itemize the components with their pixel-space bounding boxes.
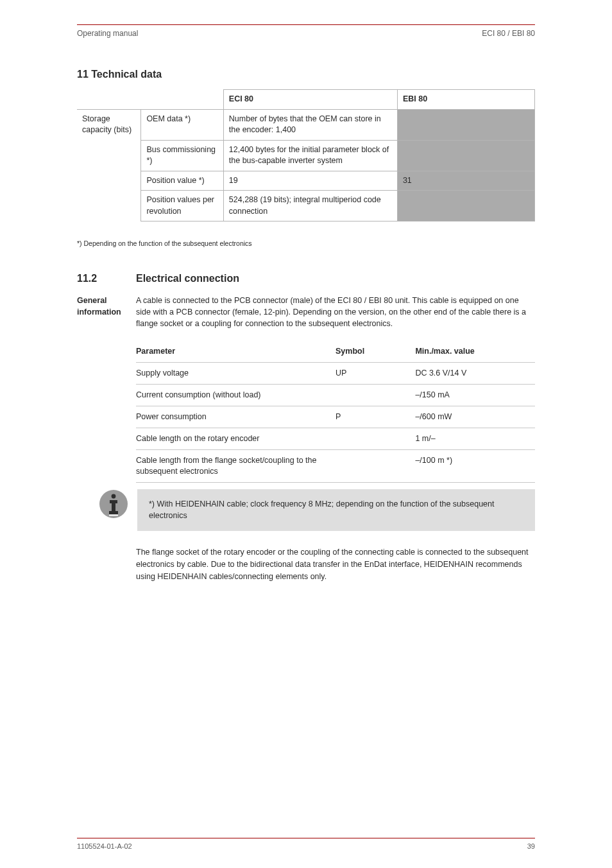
section-heading: 11 Technical data	[77, 69, 535, 80]
footnote-asterisk: *) Depending on the function of the subs…	[77, 239, 535, 247]
body-text: The flange socket of the rotary encoder …	[136, 546, 535, 582]
cell: UP	[336, 363, 415, 385]
cell: –/600 mW	[415, 406, 535, 428]
page-footer: 1105524-01-A-02 39	[77, 838, 535, 850]
th-eci: ECI 80	[223, 90, 397, 110]
table-row: Cable length on the rotary encoder 1 m/–	[136, 428, 535, 449]
subsection-title: Electrical connection	[136, 273, 239, 284]
th-blank2	[141, 90, 223, 110]
subsection-number: 11.2	[77, 273, 122, 284]
th-value: Min./max. value	[415, 341, 535, 362]
footer-doc-id: 1105524-01-A-02	[77, 842, 132, 850]
cell	[336, 428, 415, 449]
header-left: Operating manual	[77, 29, 138, 38]
paragraph-text: A cable is connected to the PCB connecto…	[136, 295, 535, 329]
info-text: *) With HEIDENHAIN cable; clock frequenc…	[137, 489, 535, 532]
cell: Current consumption (without load)	[136, 385, 336, 406]
spec-table-electrical: Parameter Symbol Min./max. value Supply …	[136, 341, 535, 482]
cell-shaded	[397, 140, 534, 171]
cell: P	[336, 406, 415, 428]
page-header: Operating manual ECI 80 / EBI 80	[77, 29, 535, 38]
cell: Cable length on the rotary encoder	[136, 428, 336, 449]
spec-table-storage: ECI 80 EBI 80 Storage capacity (bits) OE…	[77, 89, 535, 221]
th-ebi: EBI 80	[397, 90, 534, 110]
cell: OEM data *)	[141, 109, 223, 140]
cell: 1 m/–	[415, 428, 535, 449]
table-row: Current consumption (without load) –/150…	[136, 385, 535, 406]
table-row: Power consumption P –/600 mW	[136, 406, 535, 428]
svg-rect-4	[109, 511, 118, 514]
cell: 524,288 (19 bits); integral multiperiod …	[223, 191, 397, 221]
cell-shaded	[397, 191, 534, 221]
info-icon	[99, 489, 128, 521]
cell: –/100 m *)	[415, 449, 535, 482]
cell: DC 3.6 V/14 V	[415, 363, 535, 385]
cell	[336, 385, 415, 406]
th-blank	[77, 90, 141, 110]
cell-shaded: 31	[397, 171, 534, 191]
cell: Position values per revolution	[141, 191, 223, 221]
th-symbol: Symbol	[336, 341, 415, 362]
cell-shaded	[397, 109, 534, 140]
row-group-label: Storage capacity (bits)	[77, 109, 141, 221]
footer-page-number: 39	[527, 842, 535, 850]
th-parameter: Parameter	[136, 341, 336, 362]
svg-rect-3	[112, 500, 115, 512]
header-right: ECI 80 / EBI 80	[482, 29, 535, 38]
cell: Number of bytes that the OEM can store i…	[223, 109, 397, 140]
cell: Cable length from the flange socket/coup…	[136, 449, 336, 482]
table-row: Cable length from the flange socket/coup…	[136, 449, 535, 482]
cell: Bus commissioning *)	[141, 140, 223, 171]
cell: 19	[223, 171, 397, 191]
cell	[336, 449, 415, 482]
info-box: *) With HEIDENHAIN cable; clock frequenc…	[99, 489, 535, 532]
cell: –/150 mA	[415, 385, 535, 406]
svg-rect-5	[109, 514, 118, 516]
cell: Supply voltage	[136, 363, 336, 385]
cell: Power consumption	[136, 406, 336, 428]
table-row: Supply voltage UP DC 3.6 V/14 V	[136, 363, 535, 385]
paragraph-label: General information	[77, 295, 122, 329]
cell: 12,400 bytes for the initial parameter b…	[223, 140, 397, 171]
svg-point-1	[112, 494, 116, 498]
cell: Position value *)	[141, 171, 223, 191]
